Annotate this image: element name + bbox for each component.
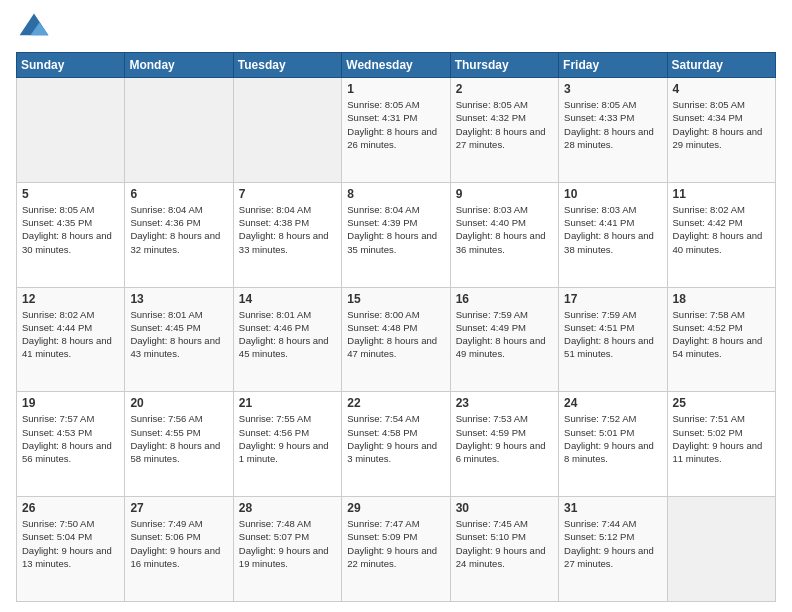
day-number: 2 [456,82,553,96]
weekday-header-friday: Friday [559,53,667,78]
calendar-week-2: 5Sunrise: 8:05 AM Sunset: 4:35 PM Daylig… [17,182,776,287]
calendar-cell: 21Sunrise: 7:55 AM Sunset: 4:56 PM Dayli… [233,392,341,497]
day-info: Sunrise: 8:01 AM Sunset: 4:45 PM Dayligh… [130,308,227,361]
calendar-cell: 6Sunrise: 8:04 AM Sunset: 4:36 PM Daylig… [125,182,233,287]
weekday-header-saturday: Saturday [667,53,775,78]
day-number: 19 [22,396,119,410]
calendar-body: 1Sunrise: 8:05 AM Sunset: 4:31 PM Daylig… [17,78,776,602]
day-info: Sunrise: 7:59 AM Sunset: 4:49 PM Dayligh… [456,308,553,361]
day-number: 15 [347,292,444,306]
weekday-row: SundayMondayTuesdayWednesdayThursdayFrid… [17,53,776,78]
day-number: 11 [673,187,770,201]
day-number: 26 [22,501,119,515]
calendar-cell [125,78,233,183]
day-info: Sunrise: 8:03 AM Sunset: 4:41 PM Dayligh… [564,203,661,256]
day-info: Sunrise: 8:01 AM Sunset: 4:46 PM Dayligh… [239,308,336,361]
day-info: Sunrise: 7:48 AM Sunset: 5:07 PM Dayligh… [239,517,336,570]
calendar-cell: 3Sunrise: 8:05 AM Sunset: 4:33 PM Daylig… [559,78,667,183]
calendar-cell: 19Sunrise: 7:57 AM Sunset: 4:53 PM Dayli… [17,392,125,497]
calendar-cell: 7Sunrise: 8:04 AM Sunset: 4:38 PM Daylig… [233,182,341,287]
calendar-cell: 4Sunrise: 8:05 AM Sunset: 4:34 PM Daylig… [667,78,775,183]
calendar-cell [667,497,775,602]
day-info: Sunrise: 8:05 AM Sunset: 4:31 PM Dayligh… [347,98,444,151]
calendar-week-5: 26Sunrise: 7:50 AM Sunset: 5:04 PM Dayli… [17,497,776,602]
weekday-header-tuesday: Tuesday [233,53,341,78]
calendar-cell: 30Sunrise: 7:45 AM Sunset: 5:10 PM Dayli… [450,497,558,602]
day-number: 29 [347,501,444,515]
calendar-cell: 11Sunrise: 8:02 AM Sunset: 4:42 PM Dayli… [667,182,775,287]
calendar-cell: 17Sunrise: 7:59 AM Sunset: 4:51 PM Dayli… [559,287,667,392]
day-info: Sunrise: 7:57 AM Sunset: 4:53 PM Dayligh… [22,412,119,465]
day-number: 4 [673,82,770,96]
day-info: Sunrise: 7:58 AM Sunset: 4:52 PM Dayligh… [673,308,770,361]
weekday-header-sunday: Sunday [17,53,125,78]
weekday-header-monday: Monday [125,53,233,78]
day-number: 24 [564,396,661,410]
day-number: 10 [564,187,661,201]
day-number: 23 [456,396,553,410]
day-number: 17 [564,292,661,306]
calendar-cell: 2Sunrise: 8:05 AM Sunset: 4:32 PM Daylig… [450,78,558,183]
calendar-cell: 31Sunrise: 7:44 AM Sunset: 5:12 PM Dayli… [559,497,667,602]
day-info: Sunrise: 8:03 AM Sunset: 4:40 PM Dayligh… [456,203,553,256]
calendar-cell [17,78,125,183]
calendar-cell: 15Sunrise: 8:00 AM Sunset: 4:48 PM Dayli… [342,287,450,392]
calendar-cell [233,78,341,183]
calendar-week-3: 12Sunrise: 8:02 AM Sunset: 4:44 PM Dayli… [17,287,776,392]
day-number: 31 [564,501,661,515]
day-number: 30 [456,501,553,515]
day-info: Sunrise: 7:53 AM Sunset: 4:59 PM Dayligh… [456,412,553,465]
day-info: Sunrise: 7:51 AM Sunset: 5:02 PM Dayligh… [673,412,770,465]
day-number: 1 [347,82,444,96]
day-info: Sunrise: 8:05 AM Sunset: 4:34 PM Dayligh… [673,98,770,151]
calendar-cell: 26Sunrise: 7:50 AM Sunset: 5:04 PM Dayli… [17,497,125,602]
calendar-cell: 28Sunrise: 7:48 AM Sunset: 5:07 PM Dayli… [233,497,341,602]
calendar-cell: 9Sunrise: 8:03 AM Sunset: 4:40 PM Daylig… [450,182,558,287]
day-info: Sunrise: 8:02 AM Sunset: 4:42 PM Dayligh… [673,203,770,256]
day-info: Sunrise: 8:04 AM Sunset: 4:36 PM Dayligh… [130,203,227,256]
day-number: 20 [130,396,227,410]
day-info: Sunrise: 7:47 AM Sunset: 5:09 PM Dayligh… [347,517,444,570]
day-number: 27 [130,501,227,515]
calendar-cell: 20Sunrise: 7:56 AM Sunset: 4:55 PM Dayli… [125,392,233,497]
calendar-header: SundayMondayTuesdayWednesdayThursdayFrid… [17,53,776,78]
calendar-cell: 5Sunrise: 8:05 AM Sunset: 4:35 PM Daylig… [17,182,125,287]
day-number: 5 [22,187,119,201]
calendar-cell: 23Sunrise: 7:53 AM Sunset: 4:59 PM Dayli… [450,392,558,497]
day-info: Sunrise: 8:00 AM Sunset: 4:48 PM Dayligh… [347,308,444,361]
day-info: Sunrise: 8:05 AM Sunset: 4:33 PM Dayligh… [564,98,661,151]
day-info: Sunrise: 8:05 AM Sunset: 4:35 PM Dayligh… [22,203,119,256]
day-number: 7 [239,187,336,201]
calendar-cell: 18Sunrise: 7:58 AM Sunset: 4:52 PM Dayli… [667,287,775,392]
day-info: Sunrise: 7:45 AM Sunset: 5:10 PM Dayligh… [456,517,553,570]
day-number: 8 [347,187,444,201]
calendar-cell: 13Sunrise: 8:01 AM Sunset: 4:45 PM Dayli… [125,287,233,392]
day-number: 9 [456,187,553,201]
day-info: Sunrise: 8:04 AM Sunset: 4:38 PM Dayligh… [239,203,336,256]
calendar-cell: 1Sunrise: 8:05 AM Sunset: 4:31 PM Daylig… [342,78,450,183]
calendar-week-1: 1Sunrise: 8:05 AM Sunset: 4:31 PM Daylig… [17,78,776,183]
day-info: Sunrise: 7:50 AM Sunset: 5:04 PM Dayligh… [22,517,119,570]
header [16,10,776,46]
calendar-cell: 24Sunrise: 7:52 AM Sunset: 5:01 PM Dayli… [559,392,667,497]
day-number: 13 [130,292,227,306]
day-info: Sunrise: 8:02 AM Sunset: 4:44 PM Dayligh… [22,308,119,361]
calendar-cell: 16Sunrise: 7:59 AM Sunset: 4:49 PM Dayli… [450,287,558,392]
day-number: 12 [22,292,119,306]
day-info: Sunrise: 7:49 AM Sunset: 5:06 PM Dayligh… [130,517,227,570]
day-number: 21 [239,396,336,410]
calendar-cell: 12Sunrise: 8:02 AM Sunset: 4:44 PM Dayli… [17,287,125,392]
day-info: Sunrise: 7:54 AM Sunset: 4:58 PM Dayligh… [347,412,444,465]
logo [16,10,56,46]
calendar-cell: 27Sunrise: 7:49 AM Sunset: 5:06 PM Dayli… [125,497,233,602]
calendar-cell: 22Sunrise: 7:54 AM Sunset: 4:58 PM Dayli… [342,392,450,497]
day-number: 6 [130,187,227,201]
page: SundayMondayTuesdayWednesdayThursdayFrid… [0,0,792,612]
calendar-cell: 25Sunrise: 7:51 AM Sunset: 5:02 PM Dayli… [667,392,775,497]
day-info: Sunrise: 7:56 AM Sunset: 4:55 PM Dayligh… [130,412,227,465]
day-number: 18 [673,292,770,306]
calendar-cell: 10Sunrise: 8:03 AM Sunset: 4:41 PM Dayli… [559,182,667,287]
day-info: Sunrise: 7:59 AM Sunset: 4:51 PM Dayligh… [564,308,661,361]
weekday-header-wednesday: Wednesday [342,53,450,78]
calendar-cell: 8Sunrise: 8:04 AM Sunset: 4:39 PM Daylig… [342,182,450,287]
